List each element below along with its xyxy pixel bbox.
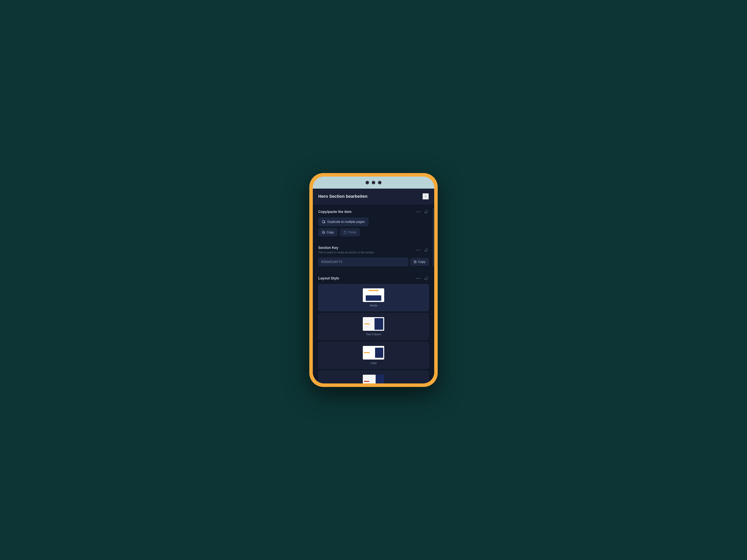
section-key-actions <box>415 247 429 253</box>
phone-frame: Hero Section bearbeiten × Copy/paste the… <box>309 173 438 387</box>
scroll-rail <box>433 208 434 267</box>
split-right <box>376 375 384 383</box>
paste-icon <box>343 231 347 234</box>
paste-label: Paste <box>348 231 356 234</box>
layout-label-card: Card <box>370 362 377 365</box>
layout-more-button[interactable] <box>415 277 421 279</box>
modal-header: Hero Section bearbeiten × <box>313 189 434 204</box>
duplicate-button[interactable]: Duplicate to multiple pages <box>318 218 368 226</box>
copy-key-button[interactable]: Copy <box>410 258 429 266</box>
section-key-title-group: Section Key This is used to create an an… <box>318 246 375 255</box>
split-left <box>363 375 376 383</box>
svg-rect-7 <box>344 231 346 234</box>
camera-dot-1 <box>365 181 369 184</box>
layout-option-twocolumn[interactable]: Two-Column <box>318 313 429 340</box>
layout-style-actions <box>415 276 429 281</box>
svg-point-8 <box>416 250 417 250</box>
copy-label: Copy <box>327 231 334 234</box>
card-right <box>375 348 383 358</box>
twocol-minibar <box>365 323 369 324</box>
svg-point-2 <box>419 211 420 212</box>
copy-paste-header: Copy/paste the item <box>318 209 429 214</box>
svg-point-10 <box>419 250 420 250</box>
thumb-media-top-bar <box>369 290 378 291</box>
copy-paste-title: Copy/paste the item <box>318 210 352 214</box>
thumb-media-bottom-bar <box>366 295 381 301</box>
layout-thumb-split <box>363 375 384 383</box>
modal-close-button[interactable]: × <box>422 193 429 199</box>
section-key-more-button[interactable] <box>415 249 421 251</box>
split-minibar <box>364 381 369 382</box>
camera-dot-3 <box>378 181 382 184</box>
layout-refresh-button[interactable] <box>423 276 429 281</box>
section-key-title: Section Key <box>318 246 375 250</box>
paste-button[interactable]: Paste <box>340 229 360 236</box>
refresh-icon-2 <box>424 248 428 252</box>
svg-point-1 <box>418 211 419 212</box>
phone-screen: Hero Section bearbeiten × Copy/paste the… <box>313 189 434 383</box>
layout-thumb-media <box>363 288 384 302</box>
screen-wrapper: Hero Section bearbeiten × Copy/paste the… <box>313 189 434 383</box>
duplicate-icon <box>322 220 326 223</box>
svg-point-0 <box>416 211 417 212</box>
section-key-subtitle: This is used to create an anchor to the … <box>318 251 375 255</box>
camera-dot-2 <box>372 181 375 184</box>
status-bar <box>313 177 434 189</box>
section-key-refresh-button[interactable] <box>423 247 429 253</box>
copy-paste-more-button[interactable] <box>415 211 421 213</box>
copy-button[interactable]: Copy <box>318 229 337 236</box>
ellipsis-icon <box>416 211 420 212</box>
section-key-input[interactable] <box>318 258 408 266</box>
svg-point-12 <box>416 278 417 279</box>
svg-rect-6 <box>323 231 324 233</box>
copy-paste-actions <box>415 209 429 214</box>
copy-icon <box>322 231 325 234</box>
copy-key-label: Copy <box>418 260 426 264</box>
copy-paste-refresh-button[interactable] <box>423 209 429 214</box>
svg-point-14 <box>419 278 420 279</box>
layout-option-media[interactable]: Media <box>318 284 429 311</box>
copy-key-icon <box>414 260 417 264</box>
action-row: Copy Paste <box>318 229 429 236</box>
layout-thumb-twocolumn <box>363 317 384 331</box>
key-input-row: Copy <box>318 258 429 266</box>
layout-options-grid: Media Two-Column <box>318 284 429 383</box>
layout-option-split[interactable] <box>318 371 429 383</box>
layout-label-media: Media <box>370 304 377 307</box>
phone-screen-container: Hero Section bearbeiten × Copy/paste the… <box>313 177 434 383</box>
ellipsis-icon-2 <box>416 250 420 251</box>
layout-style-section: Layout Style <box>313 271 434 383</box>
svg-point-9 <box>418 250 419 250</box>
svg-rect-4 <box>323 220 325 223</box>
section-key-header: Section Key This is used to create an an… <box>318 246 429 255</box>
modal-title: Hero Section bearbeiten <box>318 194 367 199</box>
section-key-section: Section Key This is used to create an an… <box>313 241 434 271</box>
svg-point-13 <box>418 278 419 279</box>
twocol-right <box>375 318 383 330</box>
layout-style-title: Layout Style <box>318 276 339 281</box>
twocol-left <box>364 318 374 330</box>
ellipsis-icon-3 <box>416 278 420 279</box>
layout-option-card[interactable]: Card <box>318 342 429 369</box>
layout-thumb-card <box>363 346 384 359</box>
card-minibar <box>364 352 369 353</box>
card-left <box>364 352 375 353</box>
copy-paste-section: Copy/paste the item <box>313 204 434 241</box>
refresh-icon <box>424 210 428 214</box>
duplicate-label: Duplicate to multiple pages <box>327 220 365 223</box>
layout-style-header: Layout Style <box>318 276 429 281</box>
refresh-icon-3 <box>424 276 428 281</box>
layout-label-twocolumn: Two-Column <box>366 333 381 336</box>
modal-content[interactable]: Copy/paste the item <box>313 204 434 383</box>
